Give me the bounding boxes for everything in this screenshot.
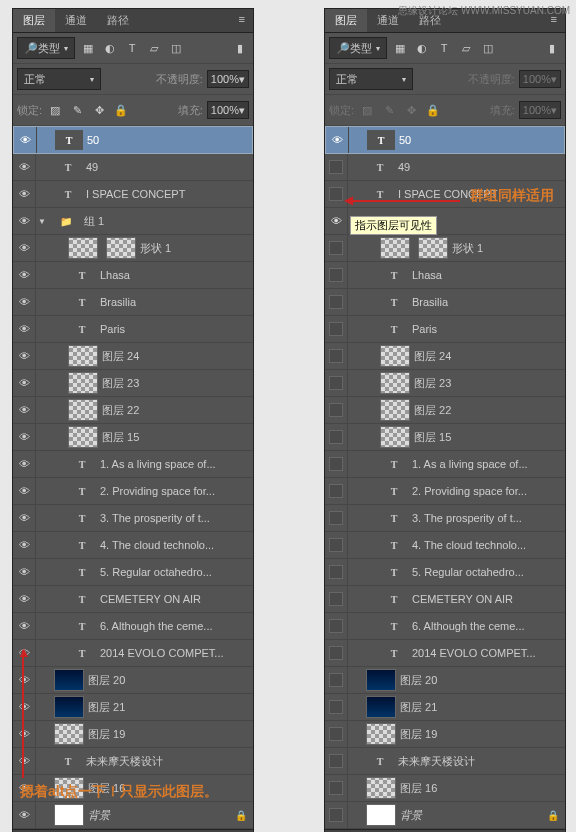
- visibility-toggle[interactable]: 👁: [14, 127, 37, 153]
- layer-row[interactable]: T2. Providing space for...: [325, 478, 565, 505]
- layer-row[interactable]: 👁T6. Although the ceme...: [13, 613, 253, 640]
- layer-name[interactable]: 图层 23: [102, 376, 253, 391]
- opacity-value[interactable]: 100% ▾: [519, 70, 561, 88]
- visibility-toggle[interactable]: [325, 451, 348, 477]
- lock-all-icon[interactable]: 🔒: [424, 101, 442, 119]
- layer-row[interactable]: 👁T50: [13, 126, 253, 154]
- layer-name[interactable]: 图层 21: [88, 700, 253, 715]
- panel-menu-icon[interactable]: ≡: [231, 9, 253, 32]
- blend-mode-dropdown[interactable]: 正常▾: [329, 68, 413, 90]
- filter-toggle-icon[interactable]: ▮: [231, 39, 249, 57]
- lock-pixels-icon[interactable]: ✎: [380, 101, 398, 119]
- layer-name[interactable]: 背景: [88, 808, 235, 823]
- layer-name[interactable]: 6. Although the ceme...: [412, 620, 565, 632]
- visibility-toggle[interactable]: [325, 154, 348, 180]
- layer-row[interactable]: 👁TBrasilia: [13, 289, 253, 316]
- layer-name[interactable]: 未来摩天楼设计: [398, 754, 565, 769]
- layer-row[interactable]: T5. Regular octahedro...: [325, 559, 565, 586]
- visibility-toggle[interactable]: 👁: [13, 451, 36, 477]
- layer-row[interactable]: 图层 23: [325, 370, 565, 397]
- layer-row[interactable]: 👁TLhasa: [13, 262, 253, 289]
- layer-name[interactable]: 形状 1: [452, 241, 565, 256]
- layer-row[interactable]: 👁图层 23: [13, 370, 253, 397]
- filter-kind-dropdown[interactable]: 🔎 类型▾: [17, 37, 75, 59]
- visibility-toggle[interactable]: 👁: [13, 289, 36, 315]
- layer-row[interactable]: 背景🔒: [325, 802, 565, 829]
- blend-mode-dropdown[interactable]: 正常▾: [17, 68, 101, 90]
- filter-smart-icon[interactable]: ◫: [479, 39, 497, 57]
- layer-row[interactable]: 👁图层 22: [13, 397, 253, 424]
- layer-name[interactable]: Brasilia: [100, 296, 253, 308]
- visibility-toggle[interactable]: [325, 505, 348, 531]
- layer-row[interactable]: TParis: [325, 316, 565, 343]
- opacity-value[interactable]: 100% ▾: [207, 70, 249, 88]
- layer-name[interactable]: Lhasa: [412, 269, 565, 281]
- layer-name[interactable]: 图层 24: [102, 349, 253, 364]
- layer-name[interactable]: Brasilia: [412, 296, 565, 308]
- disclosure-triangle-icon[interactable]: ▼: [36, 217, 48, 226]
- layer-row[interactable]: T4. The cloud technolo...: [325, 532, 565, 559]
- layer-name[interactable]: 组 1: [84, 214, 253, 229]
- layer-row[interactable]: T6. Although the ceme...: [325, 613, 565, 640]
- tab-layers[interactable]: 图层: [13, 9, 55, 32]
- filter-toggle-icon[interactable]: ▮: [543, 39, 561, 57]
- visibility-toggle[interactable]: [325, 343, 348, 369]
- filter-shape-icon[interactable]: ▱: [145, 39, 163, 57]
- layer-name[interactable]: 1. As a living space of...: [412, 458, 565, 470]
- filter-text-icon[interactable]: T: [123, 39, 141, 57]
- lock-transparent-icon[interactable]: ▨: [358, 101, 376, 119]
- layer-row[interactable]: 👁▼📁组 1: [13, 208, 253, 235]
- layer-name[interactable]: 3. The prosperity of t...: [412, 512, 565, 524]
- visibility-toggle[interactable]: 👁: [13, 397, 36, 423]
- layer-row[interactable]: 形状 1: [325, 235, 565, 262]
- visibility-toggle[interactable]: 👁: [13, 559, 36, 585]
- layer-row[interactable]: 图层 20: [325, 667, 565, 694]
- layer-name[interactable]: 形状 1: [140, 241, 253, 256]
- visibility-toggle[interactable]: [325, 694, 348, 720]
- layer-name[interactable]: Paris: [100, 323, 253, 335]
- layer-row[interactable]: 👁图层 19: [13, 721, 253, 748]
- layer-name[interactable]: 6. Although the ceme...: [100, 620, 253, 632]
- visibility-toggle[interactable]: 👁: [13, 424, 36, 450]
- lock-all-icon[interactable]: 🔒: [112, 101, 130, 119]
- layer-name[interactable]: 49: [398, 161, 565, 173]
- layer-name[interactable]: 5. Regular octahedro...: [100, 566, 253, 578]
- visibility-toggle[interactable]: [325, 316, 348, 342]
- layer-row[interactable]: T49: [325, 154, 565, 181]
- visibility-toggle[interactable]: [325, 235, 348, 261]
- visibility-toggle[interactable]: [325, 667, 348, 693]
- layer-name[interactable]: 图层 16: [400, 781, 565, 796]
- layer-row[interactable]: 👁图层 21: [13, 694, 253, 721]
- layer-name[interactable]: I SPACE CONCEPT: [86, 188, 253, 200]
- filter-pixel-icon[interactable]: ▦: [79, 39, 97, 57]
- visibility-toggle[interactable]: 👁: [13, 478, 36, 504]
- visibility-toggle[interactable]: 👁: [13, 235, 36, 261]
- layer-name[interactable]: 2014 EVOLO COMPET...: [100, 647, 253, 659]
- layer-name[interactable]: 背景: [400, 808, 547, 823]
- layer-row[interactable]: TBrasilia: [325, 289, 565, 316]
- layer-row[interactable]: 图层 21: [325, 694, 565, 721]
- layer-row[interactable]: T3. The prosperity of t...: [325, 505, 565, 532]
- layer-name[interactable]: 图层 21: [400, 700, 565, 715]
- layer-name[interactable]: 4. The cloud technolo...: [412, 539, 565, 551]
- layer-name[interactable]: 2. Providing space for...: [100, 485, 253, 497]
- visibility-toggle[interactable]: 👁: [13, 613, 36, 639]
- visibility-toggle[interactable]: 👁: [13, 316, 36, 342]
- layer-row[interactable]: 👁T1. As a living space of...: [13, 451, 253, 478]
- layer-name[interactable]: 图层 15: [102, 430, 253, 445]
- visibility-toggle[interactable]: [325, 748, 348, 774]
- layer-row[interactable]: T1. As a living space of...: [325, 451, 565, 478]
- layer-name[interactable]: 50: [87, 134, 252, 146]
- filter-text-icon[interactable]: T: [435, 39, 453, 57]
- layer-name[interactable]: 图层 23: [414, 376, 565, 391]
- layer-name[interactable]: 图层 24: [414, 349, 565, 364]
- visibility-toggle[interactable]: [325, 640, 348, 666]
- filter-shape-icon[interactable]: ▱: [457, 39, 475, 57]
- layer-name[interactable]: CEMETERY ON AIR: [100, 593, 253, 605]
- layer-row[interactable]: T未来摩天楼设计: [325, 748, 565, 775]
- visibility-toggle[interactable]: 👁: [13, 181, 36, 207]
- layer-row[interactable]: 图层 19: [325, 721, 565, 748]
- layer-name[interactable]: 图层 20: [88, 673, 253, 688]
- filter-smart-icon[interactable]: ◫: [167, 39, 185, 57]
- tab-channels[interactable]: 通道: [55, 9, 97, 32]
